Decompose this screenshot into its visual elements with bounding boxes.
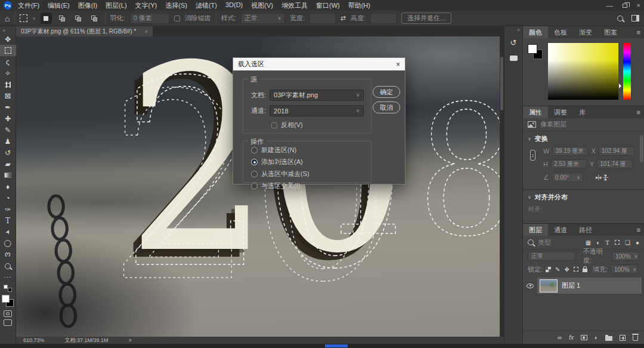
tab-patterns[interactable]: 图案 [598,26,623,38]
minimize-button[interactable]: — [606,2,613,9]
invert-checkbox[interactable] [271,122,277,128]
ok-button[interactable]: 确定 [373,86,400,98]
home-icon[interactable]: ⌂ [5,14,10,23]
comments-panel-button[interactable] [507,52,520,64]
selection-mode-add-button[interactable] [57,13,68,24]
radio-new-selection[interactable] [251,147,258,153]
zoom-level[interactable]: 610.73% [23,337,45,343]
quick-mask-button[interactable] [4,310,12,317]
path-selection-tool[interactable]: ➤ [0,226,16,238]
properties-scrollbar[interactable] [640,135,643,162]
width-value-field[interactable]: 39.19 厘米 [552,146,588,156]
tab-channels[interactable]: 通道 [548,224,573,236]
menu-item-type[interactable]: 文字(Y) [135,1,157,10]
panel-menu-icon[interactable]: ≡ [637,224,644,236]
filter-adjustment-layers-icon[interactable]: ◐ [596,239,600,246]
clone-stamp-tool[interactable]: ♟ [0,135,16,147]
crop-tool[interactable] [0,79,16,90]
hand-tool[interactable]: ω [0,249,16,260]
dialog-close-icon[interactable]: × [396,60,400,69]
selection-mode-subtract-button[interactable] [73,13,84,24]
rectangular-marquee-tool[interactable] [0,45,16,56]
filter-toggle-icon[interactable]: ● [636,239,639,246]
layer-filter-type[interactable]: 类型 [538,238,551,247]
height-input[interactable] [370,13,397,24]
tab-swatches[interactable]: 色板 [548,26,573,38]
lasso-tool[interactable]: ς [0,56,16,67]
document-select[interactable]: 03P字素材.png ∨ [270,90,364,101]
delete-layer-icon[interactable] [633,335,638,341]
eyedropper-tool[interactable]: ✒ [0,101,16,113]
style-select[interactable]: 正常 ∨ [241,13,285,24]
flip-horizontal-icon[interactable]: ▸|◂ [596,174,600,180]
channel-select[interactable]: 2018 ∨ [270,105,364,116]
selection-mode-new-button[interactable] [41,13,52,24]
panel-menu-icon[interactable]: ≡ [637,26,644,38]
cancel-button[interactable]: 取消 [373,101,400,113]
move-tool[interactable]: ✥ [0,33,16,45]
pen-tool[interactable]: ✑ [0,204,16,215]
layer-name[interactable]: 图层 1 [562,281,580,290]
canvas[interactable]: 20 20 20 18 [16,36,504,337]
layer-visibility-eye-icon[interactable] [527,284,534,288]
height-value-field[interactable]: 2.53 厘米 [551,159,587,169]
foreground-color[interactable] [2,295,10,303]
lock-transparency-icon[interactable] [546,267,551,272]
feather-input[interactable]: 0 像素 [130,13,169,24]
shape-tool[interactable]: ◯ [0,238,16,249]
dialog-title-bar[interactable]: 载入选区 × [233,58,405,70]
tab-paths[interactable]: 路径 [573,224,598,236]
eraser-tool[interactable]: ▰ [0,158,16,170]
default-colors-icon[interactable] [4,285,12,292]
angle-field[interactable]: 0.00° ∨ [552,173,583,182]
blur-tool[interactable]: ♦ [0,181,16,192]
filter-shape-layers-icon[interactable] [615,240,620,245]
workspace-switcher-icon[interactable] [631,15,639,21]
restore-button[interactable] [623,4,627,8]
tab-adjustments[interactable]: 调整 [548,106,573,118]
color-fg-bg-swatch[interactable] [528,44,543,60]
dock-collapse-icon[interactable]: « [517,27,522,33]
adjustment-layer-icon[interactable]: ◐ [595,334,598,341]
menu-item-image[interactable]: 图像(I) [78,1,97,10]
filter-pixel-layers-icon[interactable]: ▦ [586,239,591,246]
magic-wand-tool[interactable]: ✧ [0,67,16,79]
layer-row[interactable]: 图层 1 [523,278,644,294]
zoom-tool[interactable] [0,260,16,272]
radio-intersect-with-selection[interactable] [251,183,258,189]
filter-smart-objects-icon[interactable]: ❏ [625,239,630,246]
new-layer-icon[interactable] [620,335,626,341]
link-dimensions-icon[interactable] [530,150,535,161]
lock-artboard-icon[interactable] [574,267,578,272]
width-input[interactable] [309,13,336,24]
tab-color[interactable]: 颜色 [523,26,548,38]
menu-item-file[interactable]: 文件(F) [18,1,39,10]
menu-item-edit[interactable]: 编辑(E) [48,1,70,10]
selection-mode-intersect-button[interactable] [89,13,100,24]
link-layers-icon[interactable]: ∞ [558,334,562,341]
panel-menu-icon[interactable]: ≡ [637,106,644,118]
status-chevron-icon[interactable]: > [129,337,132,343]
foreground-background-swatch[interactable] [2,295,14,307]
menu-item-filter[interactable]: 滤镜(T) [196,1,217,10]
tab-gradients[interactable]: 渐变 [573,26,598,38]
x-value-field[interactable]: 102.94 厘 [599,146,634,156]
type-tool[interactable]: T [0,215,16,226]
fill-field[interactable]: 100% ∨ [611,264,638,274]
swap-dimensions-icon[interactable]: ⇄ [340,14,346,22]
menu-item-layer[interactable]: 图层(L) [106,1,126,10]
select-and-mask-button[interactable]: 选择并遮住... [401,13,451,24]
hue-slider[interactable] [623,43,631,100]
menu-item-help[interactable]: 帮助(H) [348,1,370,10]
opacity-field[interactable]: 100% ∨ [612,251,639,261]
lock-all-icon[interactable] [583,269,587,272]
tab-properties[interactable]: 属性 [523,106,548,118]
document-tab[interactable]: 03P字素材.png @ 611% (图层 1, RGB/8#) * ∨ [16,26,153,36]
add-mask-icon[interactable] [581,335,587,340]
lock-position-icon[interactable]: ✥ [564,266,569,273]
menu-item-plugins[interactable]: 增效工具 [281,1,308,10]
healing-brush-tool[interactable]: ✚ [0,113,16,124]
menu-item-window[interactable]: 窗口(W) [316,1,340,10]
canvas-vertical-scrollbar[interactable] [500,36,504,337]
tab-libraries[interactable]: 库 [573,106,592,118]
